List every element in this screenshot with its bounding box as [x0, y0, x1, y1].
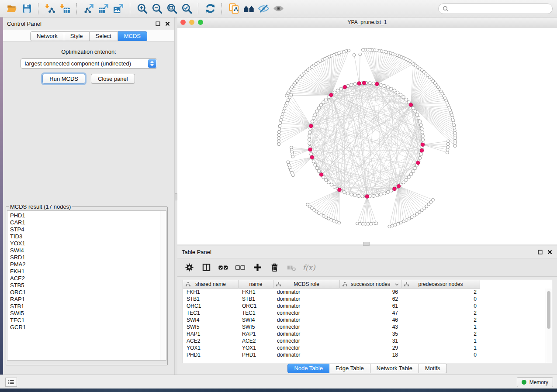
- table-row[interactable]: SWI4SWI4dominator462: [183, 316, 546, 323]
- network-window-titlebar[interactable]: YPA_prune.txt_1: [177, 17, 557, 28]
- network-view-panel: YPA_prune.txt_1: [177, 17, 557, 244]
- table-cell: ACE2: [239, 338, 273, 344]
- list-item[interactable]: SRD1: [10, 254, 166, 261]
- first-neighbors-button[interactable]: [241, 2, 256, 16]
- tab-node-table[interactable]: Node Table: [287, 364, 329, 373]
- table-row[interactable]: YOX1YOX1connector291: [183, 344, 546, 351]
- add-column-button[interactable]: [252, 262, 263, 273]
- export-image-icon: [113, 3, 124, 14]
- export-image-button[interactable]: [111, 2, 126, 16]
- list-item[interactable]: ACE2: [10, 275, 166, 282]
- table-row[interactable]: ORC1ORC1dominator610: [183, 303, 546, 309]
- show-all-button[interactable]: [271, 2, 286, 16]
- table-row[interactable]: TEC1TEC1connector472: [183, 309, 546, 316]
- open-file-button[interactable]: [4, 2, 19, 16]
- function-builder-button[interactable]: f(x): [303, 262, 314, 273]
- table-cell: 1: [401, 345, 480, 351]
- list-item[interactable]: PHD1: [10, 212, 166, 219]
- splitter-handle[interactable]: [363, 242, 370, 246]
- show-panels-button[interactable]: [5, 378, 17, 387]
- window-maximize-traffic-light[interactable]: [198, 20, 203, 25]
- delete-table-button[interactable]: [286, 262, 297, 273]
- split-table-button[interactable]: [201, 262, 212, 273]
- table-row[interactable]: SWI5SWI5connector431: [183, 323, 546, 330]
- list-item[interactable]: SWI5: [10, 310, 166, 317]
- result-list-scrollbar[interactable]: [160, 211, 166, 360]
- table-cell: FKH1: [239, 289, 273, 295]
- list-item[interactable]: ORC1: [10, 289, 166, 296]
- import-table-button[interactable]: [58, 2, 73, 16]
- list-item[interactable]: STB5: [10, 282, 166, 289]
- gear-icon: [184, 262, 194, 272]
- table-scrollbar[interactable]: [546, 289, 552, 363]
- close-panel-button-mcds[interactable]: Close panel: [91, 74, 135, 84]
- table-body: FKH1FKH1dominator962STB1STB1dominator620…: [183, 289, 546, 363]
- unselect-all-columns-button[interactable]: [235, 262, 246, 273]
- window-close-traffic-light[interactable]: [180, 20, 186, 25]
- column-header-shared-name[interactable]: shared name: [183, 280, 239, 289]
- table-row[interactable]: ACE2ACE2connector311: [183, 337, 546, 344]
- float-panel-button[interactable]: [537, 249, 543, 255]
- tab-edge-table[interactable]: Edge Table: [329, 364, 370, 373]
- zoom-fit-button[interactable]: [164, 2, 179, 16]
- tab-select[interactable]: Select: [90, 31, 118, 41]
- list-item[interactable]: TID3: [10, 233, 166, 240]
- list-item[interactable]: YOX1: [10, 240, 166, 247]
- run-mcds-button[interactable]: Run MCDS: [42, 74, 85, 84]
- list-item[interactable]: SWI4: [10, 247, 166, 254]
- table-cell: ACE2: [183, 338, 239, 344]
- column-header-mcds-role[interactable]: MCDS role: [273, 280, 340, 289]
- table-cell: dominator: [273, 296, 340, 302]
- list-item[interactable]: FKH1: [10, 268, 166, 275]
- table-cell: ORC1: [183, 303, 239, 309]
- refresh-button[interactable]: [203, 2, 218, 16]
- criterion-select[interactable]: largest connected component (undirected): [21, 58, 157, 69]
- column-header-successor-nodes[interactable]: successor nodes: [340, 280, 401, 289]
- list-item[interactable]: STB1: [10, 303, 166, 310]
- import-network-button[interactable]: [43, 2, 58, 16]
- window-minimize-traffic-light[interactable]: [189, 20, 194, 25]
- save-session-button[interactable]: [19, 2, 34, 16]
- table-row[interactable]: PHD1PHD1dominator180: [183, 351, 546, 358]
- clone-network-button[interactable]: [226, 2, 241, 16]
- list-item[interactable]: TEC1: [10, 317, 166, 324]
- export-table-button[interactable]: [96, 2, 111, 16]
- search-input[interactable]: [451, 5, 548, 12]
- column-settings-button[interactable]: [183, 262, 195, 273]
- list-item[interactable]: GCR1: [10, 324, 166, 331]
- export-network-button[interactable]: [81, 2, 96, 16]
- close-panel-button[interactable]: [547, 249, 553, 255]
- table-row[interactable]: FKH1FKH1dominator962: [183, 289, 546, 296]
- zoom-out-button[interactable]: [149, 2, 164, 16]
- tab-network-table[interactable]: Network Table: [370, 364, 419, 373]
- select-all-columns-button[interactable]: [218, 262, 229, 273]
- column-header-name[interactable]: name: [239, 280, 273, 289]
- table-panel-titlebar: Table Panel: [177, 246, 557, 258]
- list-item[interactable]: RAP1: [10, 296, 166, 303]
- table-row[interactable]: STB1STB1dominator620: [183, 296, 546, 303]
- scrollbar-thumb[interactable]: [547, 291, 550, 329]
- hide-selected-button[interactable]: [256, 2, 271, 16]
- import-network-icon: [45, 3, 56, 14]
- zoom-selected-button[interactable]: [179, 2, 194, 16]
- zoom-in-button[interactable]: [135, 2, 149, 16]
- list-item[interactable]: CAR1: [10, 219, 166, 226]
- tab-style[interactable]: Style: [64, 31, 90, 41]
- zoom-fit-icon: [166, 3, 178, 14]
- column-header-predecessor-nodes[interactable]: predecessor nodes: [401, 280, 480, 289]
- float-panel-button[interactable]: [155, 21, 161, 27]
- table-cell: YOX1: [183, 345, 239, 351]
- list-item[interactable]: STP4: [10, 226, 166, 233]
- status-bar: Memory: [0, 375, 557, 389]
- tab-mcds[interactable]: MCDS: [118, 31, 147, 41]
- search-icon: [443, 6, 449, 12]
- table-row[interactable]: RAP1RAP1dominator352: [183, 330, 546, 337]
- network-graph[interactable]: [177, 28, 557, 244]
- tab-network[interactable]: Network: [30, 31, 64, 41]
- list-item[interactable]: PMA2: [10, 261, 166, 268]
- network-canvas[interactable]: [177, 28, 557, 244]
- delete-columns-button[interactable]: [269, 262, 280, 273]
- tab-motifs[interactable]: Motifs: [419, 364, 447, 373]
- memory-button[interactable]: Memory: [517, 377, 553, 387]
- close-panel-button[interactable]: [165, 21, 170, 27]
